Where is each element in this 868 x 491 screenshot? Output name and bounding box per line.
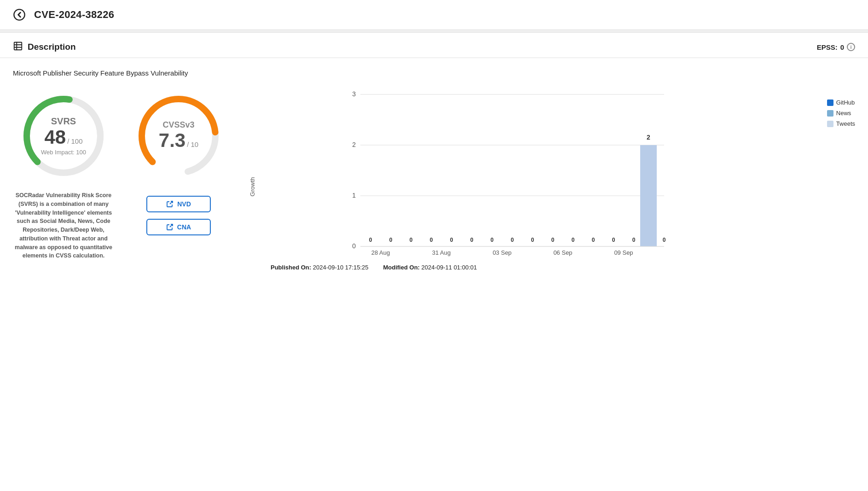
epss-section: EPSS: 0 i xyxy=(817,43,855,51)
svrs-value: 48 xyxy=(44,127,66,148)
svg-text:0: 0 xyxy=(352,242,356,250)
description-title: Description xyxy=(28,42,76,52)
description-section-header: Description EPSS: 0 i xyxy=(0,33,868,58)
back-button[interactable] xyxy=(11,6,28,23)
svg-text:28 Aug: 28 Aug xyxy=(371,249,390,256)
y-axis-label: Growth xyxy=(249,177,256,197)
nvd-button[interactable]: NVD xyxy=(146,196,211,212)
modified-value: 2024-09-11 01:00:01 xyxy=(422,264,477,271)
svg-text:09 Sep: 09 Sep xyxy=(614,249,633,256)
cvss-buttons: NVD CNA xyxy=(146,196,211,235)
external-link-icon xyxy=(166,200,174,208)
published-value: 2024-09-10 17:15:25 xyxy=(313,264,369,271)
svg-text:3: 3 xyxy=(352,90,356,98)
svg-text:31 Aug: 31 Aug xyxy=(432,249,451,256)
svg-text:0: 0 xyxy=(491,237,494,243)
svg-text:2: 2 xyxy=(352,141,356,148)
svg-text:0: 0 xyxy=(551,237,555,243)
bar-09sep xyxy=(640,145,657,246)
svrs-max: / 100 xyxy=(67,137,82,145)
svrs-label: SVRS xyxy=(51,116,76,127)
cna-button[interactable]: CNA xyxy=(146,219,211,235)
page-title: CVE-2024-38226 xyxy=(34,9,114,21)
section-title-wrap: Description xyxy=(13,41,76,53)
published-label: Published On: xyxy=(271,264,311,271)
svg-text:1: 1 xyxy=(352,192,356,199)
svg-text:2: 2 xyxy=(647,134,650,141)
external-link-icon-2 xyxy=(166,223,174,231)
growth-chart: 3 2 1 0 0 0 0 0 0 0 0 0 xyxy=(271,90,800,256)
svrs-center: SVRS 48 / 100 Web Impact: 100 xyxy=(41,116,86,156)
svg-text:06 Sep: 06 Sep xyxy=(553,249,572,256)
cvss-gauge: CVSSv3 7.3 / 10 xyxy=(133,90,225,182)
main-content: Microsoft Publisher Security Feature Byp… xyxy=(0,58,868,282)
svrs-panel: SVRS 48 / 100 Web Impact: 100 SOCRadar V… xyxy=(13,90,114,260)
legend-github: GitHub xyxy=(827,99,855,106)
chart-legend: GitHub News Tweets xyxy=(827,99,855,127)
epss-label: EPSS: xyxy=(817,43,838,51)
cvss-max: / 10 xyxy=(187,140,198,148)
epss-value: 0 xyxy=(840,43,844,51)
svg-text:0: 0 xyxy=(369,237,372,243)
modified-date: Modified On: 2024-09-11 01:00:01 xyxy=(383,264,477,271)
cvss-panel: CVSSv3 7.3 / 10 NVD xyxy=(133,90,225,235)
legend-github-box xyxy=(827,99,833,106)
svg-rect-1 xyxy=(14,42,22,50)
svg-text:0: 0 xyxy=(450,237,453,243)
svg-text:0: 0 xyxy=(389,237,393,243)
legend-github-label: GitHub xyxy=(836,99,855,106)
svg-text:0: 0 xyxy=(410,237,413,243)
description-icon xyxy=(13,41,23,53)
svg-text:03 Sep: 03 Sep xyxy=(492,249,511,256)
legend-news-box xyxy=(827,110,833,117)
svg-point-0 xyxy=(14,9,24,20)
legend-tweets: Tweets xyxy=(827,120,855,127)
cvss-value: 7.3 xyxy=(159,130,185,151)
svg-text:0: 0 xyxy=(612,237,615,243)
legend-tweets-label: Tweets xyxy=(836,120,855,127)
chart-panel: Growth 3 2 1 0 xyxy=(243,90,855,271)
cvss-center: CVSSv3 7.3 / 10 xyxy=(159,120,198,151)
legend-news-label: News xyxy=(836,110,851,117)
epss-info-icon[interactable]: i xyxy=(847,43,855,51)
svrs-description: SOCRadar Vulnerability Risk Score (SVRS)… xyxy=(13,191,114,260)
modified-label: Modified On: xyxy=(383,264,419,271)
svg-text:0: 0 xyxy=(470,237,474,243)
svg-text:0: 0 xyxy=(430,237,433,243)
legend-tweets-box xyxy=(827,121,833,127)
footer-dates: Published On: 2024-09-10 17:15:25 Modifi… xyxy=(243,264,855,271)
svg-text:0: 0 xyxy=(663,237,666,243)
svrs-gauge: SVRS 48 / 100 Web Impact: 100 xyxy=(17,90,110,182)
legend-news: News xyxy=(827,110,855,117)
svg-text:0: 0 xyxy=(572,237,575,243)
svg-text:0: 0 xyxy=(632,237,636,243)
published-date: Published On: 2024-09-10 17:15:25 xyxy=(271,264,368,271)
vulnerability-description: Microsoft Publisher Security Feature Byp… xyxy=(13,69,855,77)
svg-text:0: 0 xyxy=(592,237,595,243)
svg-text:0: 0 xyxy=(531,237,534,243)
panels-row: SVRS 48 / 100 Web Impact: 100 SOCRadar V… xyxy=(13,90,855,271)
svg-text:0: 0 xyxy=(511,237,514,243)
cvss-label: CVSSv3 xyxy=(159,120,198,130)
page-header: CVE-2024-38226 xyxy=(0,0,868,30)
svrs-web-impact: Web Impact: 100 xyxy=(41,149,86,156)
